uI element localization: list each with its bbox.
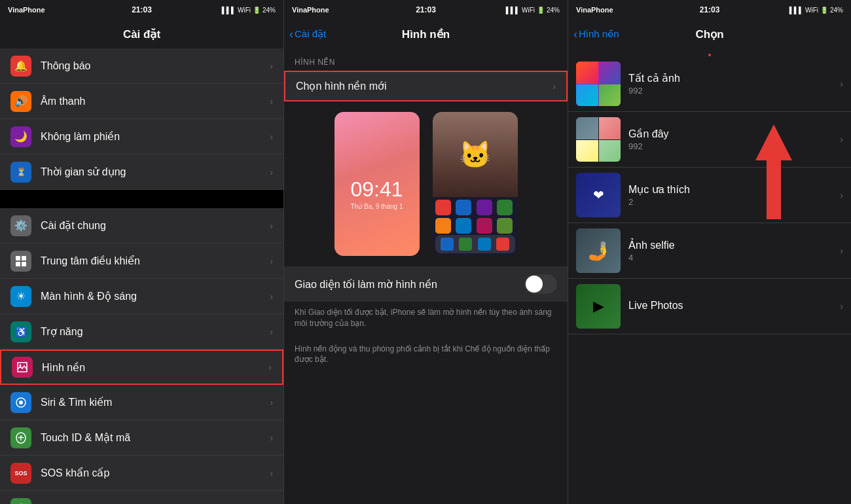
app-icon-5 [435,218,451,234]
dock-icon-1 [441,238,454,251]
svg-point-4 [20,365,22,367]
settings-item-thong-bao[interactable]: 🔔 Thông báo › [0,48,283,84]
album-name-muc-ua-thich: Mục ưa thích [628,183,840,196]
album-thumb-2 [576,117,621,162]
status-bar-p1: VinaPhone 21:03 ▌▌▌ WiFi 🔋 24% [0,0,283,20]
home-screen-preview[interactable]: 🐱 [433,112,518,256]
album-count-tat-ca-anh: 992 [628,86,840,96]
lock-date: Thứ Ba, 9 tháng 1 [351,203,403,210]
dock-icon-2 [459,238,472,251]
album-info-live-photos: Live Photos [628,300,840,313]
album-name-live-photos: Live Photos [628,300,840,312]
sos-icon-box: SOS [10,463,31,484]
tn-icon-box: ♿ [10,321,31,342]
status-bar-p2: VinaPhone 21:03 ▌▌▌ WiFi 🔋 24% [284,0,568,20]
hn-icon-box [12,357,33,378]
battery-pct: 24% [263,7,276,14]
settings-item-khong-lam-phien[interactable]: 🌙 Không làm phiền › [0,119,283,154]
svg-rect-2 [16,262,20,266]
album-name-tat-ca-anh: Tất cả ảnh [628,72,840,84]
chevron-thong-bao: › [270,61,273,71]
tid-icon-box [10,427,31,448]
settings-item-touch-id[interactable]: Touch ID & Mật mã › [0,420,283,456]
settings-item-thoi-gian-su-dung[interactable]: ⏳ Thời gian sử dụng › [0,154,283,190]
album-thumb-1 [576,62,621,106]
settings-item-siri[interactable]: Siri & Tìm kiếm › [0,385,283,420]
cdc-label: Cài đặt chung [41,219,270,232]
battery-icon-p3: 🔋 [820,7,828,14]
khong-lam-phien-label: Không làm phiền [41,130,270,143]
settings-list: 🔔 Thông báo › 🔊 Âm thanh › 🌙 Không làm p… [0,48,283,504]
am-thanh-label: Âm thanh [41,96,270,107]
settings-item-hinh-nen[interactable]: Hình nền › [0,350,283,385]
choose-new-wallpaper-row[interactable]: Chọn hình nền mới › [284,71,568,101]
home-cat-bg: 🐱 [433,112,518,197]
album-chevron-2: › [840,134,843,145]
pin-icon-box: 🔋 [10,498,31,505]
wifi-icon-p3: WiFi [805,7,818,14]
home-icons-grid [433,197,518,236]
carrier-p3: VinaPhone [576,6,613,14]
settings-item-tro-nang[interactable]: ♿ Trợ năng › [0,314,283,350]
album-item-gan-day[interactable]: Gần đây 992 › [568,112,851,168]
mhds-icon-box: ☀ [10,286,31,307]
album-info-anh-selfie: Ảnh selfie 4 [628,239,840,262]
app-icon-1 [435,200,451,215]
toggle-switch-dark-blur[interactable] [524,274,557,294]
album-chevron-1: › [840,79,843,89]
am-thanh-icon-box: 🔊 [10,91,31,112]
hn-label: Hình nền [42,361,268,374]
tid-label: Touch ID & Mật mã [41,431,270,444]
album-item-tat-ca-anh[interactable]: Tất cả ảnh 992 › [568,56,851,112]
chevron-klp: › [270,132,273,142]
toggle-label: Giao diện tối làm mờ hình nền [295,278,437,291]
chevron-sos: › [270,468,273,478]
chevron-mhds: › [270,291,273,302]
thong-bao-label: Thông báo [41,60,270,72]
panel-chon: VinaPhone 21:03 ▌▌▌ WiFi 🔋 24% ‹ Hình nề… [568,0,851,504]
cdc-icon-box: ⚙️ [10,215,31,236]
album-item-anh-selfie[interactable]: 🤳 Ảnh selfie 4 › [568,223,851,279]
album-info-tat-ca-anh: Tất cả ảnh 992 [628,72,840,96]
siri-icon-box [10,392,31,413]
toggle-row-dark-blur[interactable]: Giao diện tối làm mờ hình nền [284,266,568,302]
settings-item-am-thanh[interactable]: 🔊 Âm thanh › [0,84,283,119]
choose-new-label: Chọn hình nền mới [296,80,387,92]
signal-icon-p3: ▌▌▌ [789,7,803,14]
settings-item-man-hinh[interactable]: ☀ Màn hình & Độ sáng › [0,279,283,314]
settings-item-pin[interactable]: 🔋 Pin › [0,491,283,504]
back-chevron-p3: ‹ [573,27,577,41]
app-icon-4 [497,200,513,215]
nav-bar-p1: Cài đặt [0,20,283,48]
wifi-icon-p2: WiFi [522,7,535,14]
back-button-p2[interactable]: ‹ Cài đặt [289,27,326,41]
time-p3: 21:03 [700,5,720,14]
chevron-am-thanh: › [270,96,273,107]
info-text-2: Hình nền động và thu phóng phối cảnh bị … [284,338,568,375]
signal-icon: ▌▌▌ [222,7,236,14]
settings-item-trung-tam[interactable]: Trung tâm điều khiển › [0,243,283,279]
carrier-p2: VinaPhone [292,6,329,14]
home-dock [435,235,515,253]
settings-item-cai-dat-chung[interactable]: ⚙️ Cài đặt chung › [0,208,283,243]
lock-screen-preview[interactable]: 09:41 Thứ Ba, 9 tháng 1 [335,112,420,256]
chevron-hn: › [268,362,272,372]
album-item-live-photos[interactable]: ▶ Live Photos › [568,279,851,334]
page-title-p2: Hình nền [402,27,450,41]
back-chevron-p2: ‹ [289,27,293,41]
album-item-muc-ua-thich[interactable]: ❤ Mục ưa thích 2 › [568,168,851,223]
chevron-ttdk: › [270,256,273,266]
chevron-tn: › [270,327,273,337]
back-button-p3[interactable]: ‹ Hình nền [573,27,619,41]
svg-rect-0 [16,256,20,261]
back-label-p2: Cài đặt [295,28,326,40]
settings-item-sos[interactable]: SOS SOS khẩn cấp › [0,456,283,491]
choose-new-chevron: › [552,81,556,92]
carrier-p1: VinaPhone [8,6,45,14]
tgsd-icon-box: ⏳ [10,162,31,183]
album-count-anh-selfie: 4 [628,253,840,262]
category-tinh[interactable]: Tĩnh [708,54,711,56]
wp-categories-top: Động Tĩnh Live [568,48,851,56]
tn-label: Trợ năng [41,325,270,338]
album-name-gan-day: Gần đây [628,128,840,140]
